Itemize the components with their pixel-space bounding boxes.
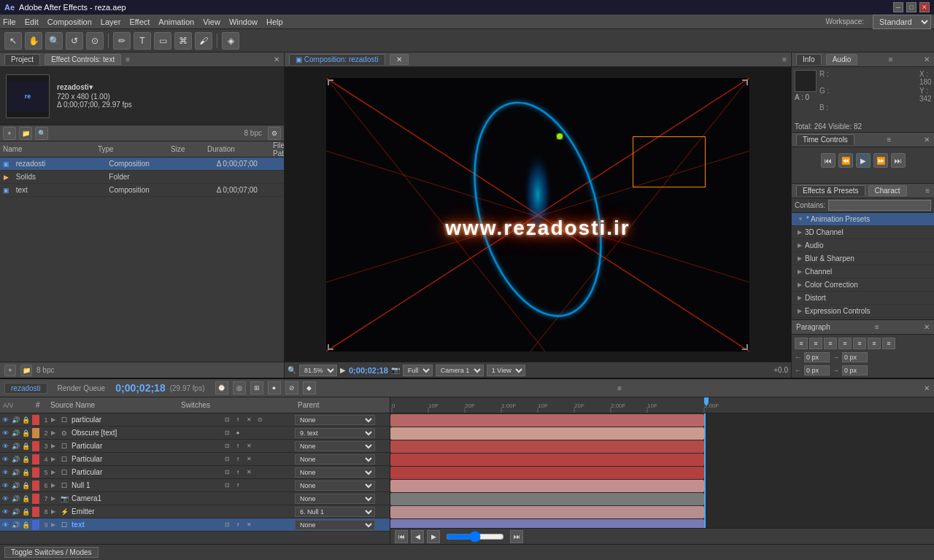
- tl-live-update[interactable]: ●: [268, 381, 281, 394]
- tab-comp[interactable]: ▣ Composition: rezadosti: [289, 54, 385, 65]
- menu-effect[interactable]: Effect: [129, 18, 150, 26]
- tool-rotate[interactable]: ↺: [66, 32, 83, 50]
- tab-time-controls[interactable]: Time Controls: [796, 134, 854, 145]
- comp-menu-icon[interactable]: ≡: [782, 55, 787, 63]
- tc-close-icon[interactable]: ✕: [924, 136, 930, 144]
- ep-item-3d-channel[interactable]: ▶ 3D Channel: [792, 226, 934, 239]
- panel-close-icon[interactable]: ✕: [274, 55, 279, 63]
- tc-next-frame[interactable]: ⏩: [873, 153, 888, 168]
- tl-motion-blur[interactable]: ◎: [233, 381, 246, 394]
- layer-7-parent-select[interactable]: None: [295, 494, 375, 504]
- layer-2-expand[interactable]: ▶: [51, 429, 58, 436]
- file-row-solids[interactable]: ▶ Solids Folder: [0, 171, 284, 184]
- tl-close-icon[interactable]: ✕: [924, 384, 930, 392]
- workspace-select[interactable]: Standard: [873, 15, 931, 29]
- timeline-zoom-slider[interactable]: [446, 532, 504, 541]
- tl-end[interactable]: ⏭: [510, 530, 523, 543]
- maximize-button[interactable]: □: [906, 2, 916, 12]
- layer-1-sw1[interactable]: ⊡: [222, 415, 232, 425]
- comp-close-tab[interactable]: ✕: [390, 54, 409, 65]
- align-justify-right[interactable]: ≡: [868, 338, 881, 349]
- layer-3-expand[interactable]: ▶: [51, 443, 58, 449]
- ep-item-animation-presets[interactable]: ▼ * Animation Presets: [792, 213, 934, 226]
- tc-last-frame[interactable]: ⏭: [891, 153, 906, 168]
- layer-1-parent-select[interactable]: None: [295, 415, 375, 425]
- layer-row-1[interactable]: 👁 🔊 🔒 1 ▶ ☐ particular ⊡ f ✕ ⊙ No: [0, 413, 390, 427]
- tab-project[interactable]: Project: [4, 54, 40, 65]
- layer-6-audio[interactable]: 🔊: [10, 479, 20, 492]
- layer-7-vis[interactable]: 👁: [0, 492, 10, 505]
- layer-3-vis[interactable]: 👁: [0, 440, 10, 453]
- layer-5-audio[interactable]: 🔊: [10, 466, 20, 479]
- layer-row-4[interactable]: 👁 🔊 🔒 4 ▶ ☐ Particular ⊡ f ✕ None: [0, 453, 390, 466]
- ep-item-distort[interactable]: ▶ Distort: [792, 292, 934, 305]
- tab-character[interactable]: Charact: [868, 185, 907, 196]
- info-menu-icon[interactable]: ≡: [889, 55, 893, 63]
- layer-8-audio[interactable]: 🔊: [10, 505, 20, 518]
- tab-rezadosti-timeline[interactable]: rezadosti: [4, 383, 47, 394]
- layer-row-9[interactable]: 👁 🔊 🔒 9 ▶ ☐ text ⊡ f ✕ None: [0, 518, 390, 532]
- align-left[interactable]: ≡: [795, 338, 808, 349]
- layer-9-sw3[interactable]: ✕: [244, 520, 254, 530]
- layer-4-lock[interactable]: 🔒: [20, 456, 31, 463]
- toggle-switches-btn[interactable]: Toggle Switches / Modes: [4, 547, 99, 558]
- tool-clone[interactable]: ⌘: [174, 32, 192, 50]
- layer-6-sw2[interactable]: f: [233, 481, 243, 491]
- layer-2-sw2[interactable]: ●: [233, 428, 243, 438]
- layer-8-lock[interactable]: 🔒: [20, 508, 31, 516]
- tc-play[interactable]: ▶: [856, 153, 871, 168]
- menu-composition[interactable]: Composition: [47, 18, 92, 26]
- indent-space-after[interactable]: [842, 365, 868, 376]
- layer-5-lock[interactable]: 🔒: [20, 469, 31, 476]
- layer-4-parent-select[interactable]: None: [295, 454, 375, 464]
- layer-4-sw1[interactable]: ⊡: [222, 454, 232, 464]
- layer-6-lock[interactable]: 🔒: [20, 482, 31, 489]
- tool-cam-orbit[interactable]: ⊙: [86, 32, 104, 50]
- layer-9-sw1[interactable]: ⊡: [222, 520, 232, 530]
- ep-search-input[interactable]: [828, 200, 931, 211]
- layer-6-sw1[interactable]: ⊡: [222, 481, 232, 491]
- tab-effects-presets[interactable]: Effects & Presets: [796, 185, 865, 196]
- layer-2-audio[interactable]: 🔊: [10, 427, 20, 440]
- layer-2-parent-select[interactable]: 9. text: [295, 428, 375, 438]
- layer-4-sw2[interactable]: f: [233, 454, 243, 464]
- tl-keyframe[interactable]: ◆: [303, 381, 316, 394]
- layer-8-vis[interactable]: 👁: [0, 505, 10, 518]
- ep-item-expression[interactable]: ▶ Expression Controls: [792, 305, 934, 318]
- layer-3-sw2[interactable]: f: [233, 441, 243, 451]
- layer-row-5[interactable]: 👁 🔊 🔒 5 ▶ ☐ Particular ⊡ f ✕ None: [0, 466, 390, 479]
- layer-9-parent-select[interactable]: None: [295, 520, 375, 530]
- layer-3-lock[interactable]: 🔒: [20, 443, 31, 450]
- camera-select[interactable]: Camera 1: [436, 365, 484, 376]
- layer-5-sw2[interactable]: f: [233, 467, 243, 478]
- info-close-icon[interactable]: ✕: [924, 55, 930, 63]
- project-folder[interactable]: 📁: [19, 127, 32, 140]
- layer-6-vis[interactable]: 👁: [0, 479, 10, 492]
- panel-menu-icon[interactable]: ≡: [126, 55, 130, 63]
- layer-row-2[interactable]: 👁 🔊 🔒 2 ▶ ⊙ Obscure [text] ⊡ ● 9. text: [0, 427, 390, 440]
- align-justify-left[interactable]: ≡: [838, 338, 852, 349]
- comp-play-btn[interactable]: ▶: [340, 366, 346, 374]
- layer-9-lock[interactable]: 🔒: [20, 521, 31, 529]
- tc-menu-icon[interactable]: ≡: [887, 136, 892, 144]
- tool-paint[interactable]: 🖌: [195, 32, 212, 50]
- pp-menu-icon[interactable]: ≡: [875, 323, 879, 331]
- layer-5-sw1[interactable]: ⊡: [222, 467, 232, 478]
- close-button[interactable]: ✕: [919, 2, 930, 12]
- menu-help[interactable]: Help: [266, 18, 283, 26]
- layer-5-parent-select[interactable]: None: [295, 467, 375, 478]
- tab-paragraph[interactable]: Paragraph: [796, 323, 830, 331]
- layer-2-lock[interactable]: 🔒: [20, 429, 31, 437]
- align-justify-all[interactable]: ≡: [882, 338, 895, 349]
- tool-puppet[interactable]: ◈: [222, 32, 239, 50]
- layer-4-audio[interactable]: 🔊: [10, 453, 20, 466]
- menu-file[interactable]: File: [3, 18, 16, 26]
- layer-row-3[interactable]: 👁 🔊 🔒 3 ▶ ☐ Particular ⊡ f ✕ None: [0, 440, 390, 453]
- file-row-rezadosti[interactable]: ▣ rezadosti Composition Δ 0;00;07;00: [0, 158, 284, 171]
- tl-draft[interactable]: ⊘: [285, 381, 298, 394]
- menu-layer[interactable]: Layer: [101, 18, 121, 26]
- zoom-select[interactable]: 81.5%: [299, 365, 337, 376]
- tab-effect-controls[interactable]: Effect Controls: text: [45, 54, 121, 65]
- tool-select[interactable]: ↖: [4, 32, 22, 50]
- indent-right-input[interactable]: [842, 352, 868, 362]
